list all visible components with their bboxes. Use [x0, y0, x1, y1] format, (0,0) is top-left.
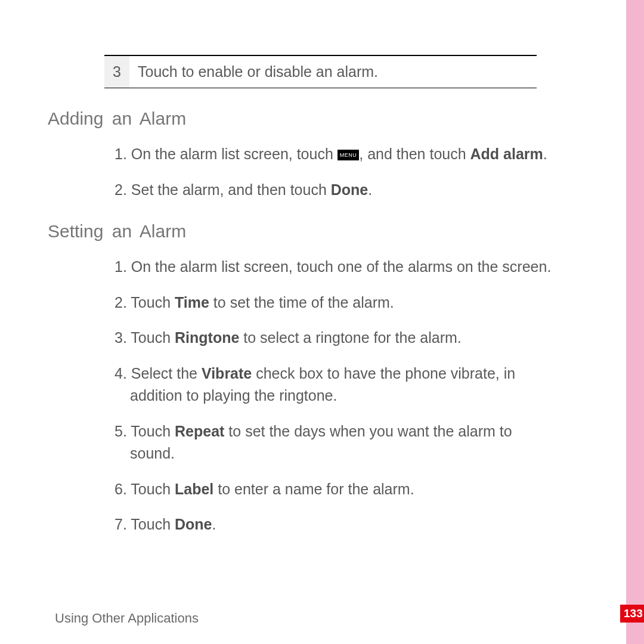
list-item: 6. Touch Label to enter a name for the a…	[48, 478, 590, 501]
list-item-prefix: 2.	[114, 294, 131, 311]
side-strip: 133	[626, 0, 644, 644]
list-item: 3. Touch Ringtone to select a ringtone f…	[48, 327, 590, 349]
list-item-prefix: 1.	[114, 145, 131, 162]
list-item: 1. On the alarm list screen, touch one o…	[48, 256, 590, 278]
list-item-prefix: 1.	[114, 258, 131, 275]
list-item: 4. Select the Vibrate check box to have …	[48, 363, 590, 407]
text-run: Touch	[131, 294, 175, 311]
text-run: to enter a name for the alarm.	[213, 481, 414, 497]
list-item: 7. Touch Done.	[48, 513, 590, 536]
text-run: .	[212, 516, 216, 532]
text-run: , and then touch	[359, 145, 470, 162]
list-item: 1. On the alarm list screen, touch MENU,…	[48, 143, 590, 166]
section-heading: Adding an Alarm	[48, 109, 590, 129]
list-item: 2. Set the alarm, and then touch Done.	[48, 179, 590, 202]
text-run: Touch	[131, 516, 175, 532]
bold-text: Done	[175, 516, 212, 532]
text-run: On the alarm list screen, touch one of t…	[131, 258, 552, 275]
text-run: Touch	[131, 329, 175, 346]
table-row: 3 Touch to enable or disable an alarm.	[104, 55, 537, 88]
bold-text: Done	[331, 181, 369, 198]
text-run: On the alarm list screen, touch	[131, 145, 338, 162]
text-run: Touch	[131, 481, 175, 497]
list-item-prefix: 4.	[114, 365, 131, 382]
footer-text: Using Other Applications	[55, 611, 199, 626]
list-item-prefix: 7.	[114, 516, 131, 532]
text-run: to select a ringtone for the alarm.	[239, 329, 461, 346]
sections-container: Adding an Alarm1. On the alarm list scre…	[48, 109, 590, 536]
page-number: 133	[620, 605, 644, 623]
bold-text: Ringtone	[175, 329, 239, 346]
menu-icon: MENU	[338, 150, 360, 160]
table-row-text: Touch to enable or disable an alarm.	[129, 56, 386, 88]
text-run: to set the time of the alarm.	[209, 294, 394, 311]
text-run: .	[543, 145, 547, 162]
bold-text: Vibrate	[202, 365, 252, 382]
list-item: 2. Touch Time to set the time of the ala…	[48, 292, 590, 314]
text-run: Set the alarm, and then touch	[131, 181, 331, 198]
text-run: Select the	[131, 365, 202, 382]
bold-text: Add alarm	[470, 145, 543, 162]
section-heading: Setting an Alarm	[48, 221, 590, 242]
bold-text: Label	[175, 481, 213, 497]
text-run: Touch	[131, 423, 175, 439]
bold-text: Repeat	[175, 423, 224, 439]
page-content: 3 Touch to enable or disable an alarm. A…	[0, 55, 644, 536]
list-item: 5. Touch Repeat to set the days when you…	[48, 420, 590, 465]
list-item-prefix: 2.	[114, 181, 131, 198]
bold-text: Time	[175, 294, 209, 311]
list-item-prefix: 6.	[114, 481, 131, 497]
list-item-prefix: 5.	[114, 423, 131, 439]
text-run: .	[368, 181, 372, 198]
list-item-prefix: 3.	[114, 329, 131, 346]
table-row-number: 3	[104, 56, 129, 88]
